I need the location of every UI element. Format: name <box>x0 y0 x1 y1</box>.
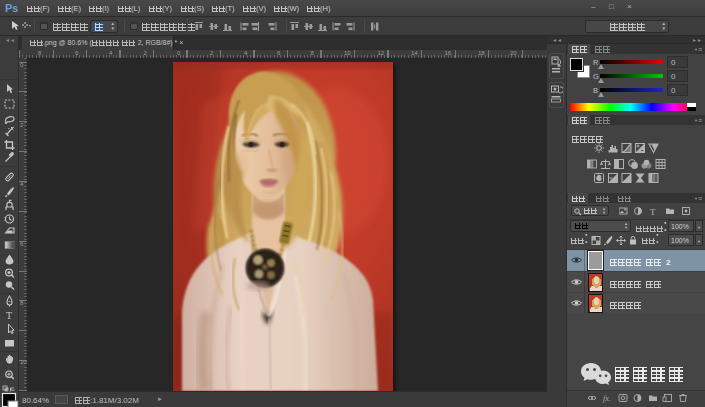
svg-text:◄◄: ◄◄ <box>5 37 15 43</box>
svg-text:T: T <box>6 310 12 321</box>
svg-text:T: T <box>650 207 656 217</box>
svg-text:fx.: fx. <box>603 394 611 403</box>
